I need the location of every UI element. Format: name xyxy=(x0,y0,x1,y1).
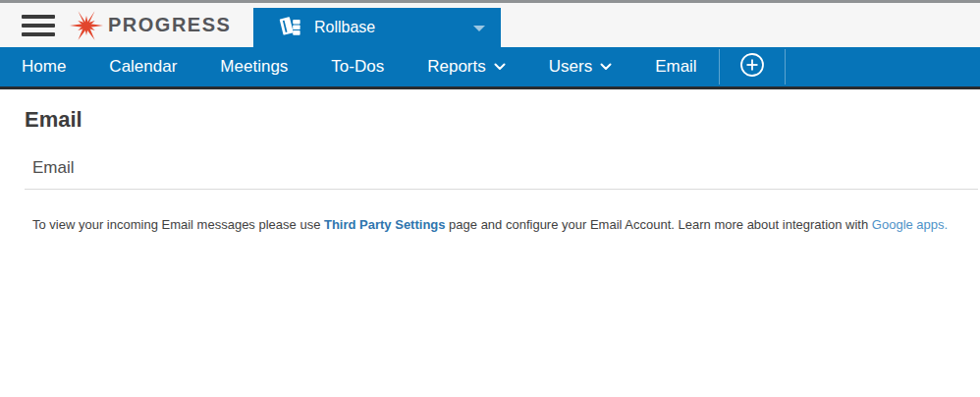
brand-wordmark: PROGRESS xyxy=(108,14,231,36)
nav-item-reports[interactable]: Reports xyxy=(406,47,527,86)
nav-item-users[interactable]: Users xyxy=(527,47,633,86)
section-divider xyxy=(25,189,978,190)
caret-down-icon[interactable] xyxy=(473,26,485,31)
notice-text: page and configure your Email Account. L… xyxy=(446,217,872,232)
third-party-settings-link[interactable]: Third Party Settings xyxy=(324,217,446,232)
progress-logo: PROGRESS xyxy=(67,6,231,45)
progress-star-icon xyxy=(67,6,106,45)
chevron-down-icon xyxy=(600,63,612,71)
nav-divider xyxy=(785,49,786,85)
nav-item-calendar[interactable]: Calendar xyxy=(87,47,198,86)
plus-circle-icon xyxy=(739,52,765,82)
nav-item-meetings[interactable]: Meetings xyxy=(198,47,309,86)
content-area: Email Email To view your incoming Email … xyxy=(0,107,980,232)
nav-item-email[interactable]: Email xyxy=(633,47,719,86)
notice-text: To view your incoming Email messages ple… xyxy=(32,217,324,232)
app-tab-label: Rollbase xyxy=(314,19,375,36)
hamburger-menu-icon[interactable] xyxy=(22,15,55,36)
page-title: Email xyxy=(25,107,980,133)
google-apps-link[interactable]: Google apps. xyxy=(872,217,948,232)
main-nav: Home Calendar Meetings To-Dos Reports Us… xyxy=(0,47,980,89)
rollbase-app-icon xyxy=(277,12,304,43)
chevron-down-icon xyxy=(494,63,506,71)
nav-item-todos[interactable]: To-Dos xyxy=(309,47,406,86)
top-bar: PROGRESS Rollbase xyxy=(0,3,980,47)
app-tab-rollbase[interactable]: Rollbase xyxy=(253,8,501,47)
nav-item-home[interactable]: Home xyxy=(0,47,87,86)
email-setup-notice: To view your incoming Email messages ple… xyxy=(32,217,955,232)
add-application-button[interactable] xyxy=(720,47,785,86)
section-title: Email xyxy=(32,158,980,178)
